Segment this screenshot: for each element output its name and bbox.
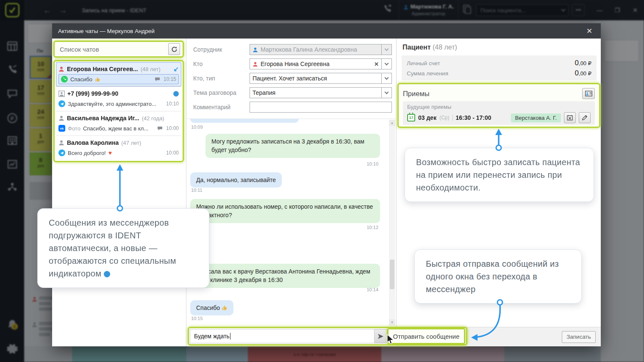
message-bubble-incoming: Да, нормально, записывайте xyxy=(190,172,282,188)
send-button[interactable] xyxy=(375,329,387,343)
message-history: 10:09 Могу предложить записаться на 3 де… xyxy=(187,119,396,326)
clear-field-icon[interactable]: ✕ xyxy=(374,61,379,67)
who-dropdown-icon[interactable] xyxy=(382,58,392,69)
comment-field-row: Комментарий xyxy=(193,102,392,113)
dialog-title: Активные чаты — Меркулов Андрей xyxy=(58,28,155,34)
heart-icon: ♥ xyxy=(108,149,112,156)
topic-field-row: Тема разговора Терапия xyxy=(193,87,392,98)
appointment-weekday: (Ср) xyxy=(439,115,449,121)
chat-last-message: Всего доброго! ♥ 10:00 xyxy=(58,148,179,158)
contact-card-icon xyxy=(585,91,592,97)
calendar-cancel-icon xyxy=(567,115,573,121)
chat-last-message: Здравствуйте, это администрато... 10:10 xyxy=(58,99,179,109)
doctor-badge: Верстакова А. Г. xyxy=(511,113,561,122)
message-time: 10:12 xyxy=(366,225,378,230)
employee-icon xyxy=(253,47,258,53)
person-icon xyxy=(58,115,64,121)
message-bubble-incoming: Спасибо xyxy=(190,300,233,315)
message-time: 10:11 xyxy=(191,188,203,193)
topic-dropdown-icon[interactable] xyxy=(382,87,392,98)
balance-row: Сумма лечения 0,00 ₽ xyxy=(407,68,591,78)
vk-icon: vk xyxy=(58,125,65,132)
send-icon xyxy=(378,333,384,340)
who-type-select[interactable]: Пациент. Хочет записаться xyxy=(250,73,382,84)
telegram-icon xyxy=(58,149,65,156)
mouse-cursor xyxy=(386,334,395,345)
chat-list-title: Список чатов xyxy=(60,46,168,53)
who-field-row: Кто Егорова Нина Сергеевна ✕ xyxy=(193,58,392,69)
chat-item[interactable]: Валова Каролина (47 лет) Всего доброго! … xyxy=(56,135,181,160)
whatsapp-icon xyxy=(61,76,68,83)
balance-row: Личный счет 0,00 ₽ xyxy=(407,58,591,68)
who-select[interactable]: Егорова Нина Сергеевна ✕ xyxy=(250,58,382,69)
chat-list-header: Список чатов xyxy=(53,41,184,58)
employee-select: Мартюкова Галина Александровна xyxy=(250,44,382,55)
edit-appointment-button[interactable] xyxy=(579,112,591,123)
scrollbar-thumb[interactable] xyxy=(390,260,394,289)
calendar-icon: 17 xyxy=(407,114,415,122)
future-appointments-label: Будущие приемы xyxy=(407,104,591,110)
dialog-header: Активные чаты — Меркулов Андрей ✕ xyxy=(52,23,601,39)
chat-list-panel: Список чатов Егорова Нина Сергеев... (48… xyxy=(52,39,186,346)
chat-list: Егорова Нина Сергеев... (48 лет) ↙ Спаси… xyxy=(53,60,184,162)
chat-last-message: Спасибо 10:15 xyxy=(58,74,179,84)
message-time: 10:10 xyxy=(366,161,378,166)
patient-header: Пациент (48 лет) xyxy=(402,44,457,51)
patient-icon xyxy=(58,66,64,72)
thumbs-up-icon xyxy=(95,77,100,82)
message-input[interactable]: Будем ждать xyxy=(190,329,375,343)
scroll-down-icon: ▼ xyxy=(389,319,395,326)
contact-placeholder-icon xyxy=(58,91,65,97)
cancel-appointment-button[interactable] xyxy=(564,112,576,123)
future-appointments-box: Будущие приемы 17 03 дек (Ср) 16:30 - 17… xyxy=(403,101,595,125)
who-type-dropdown-icon[interactable] xyxy=(382,73,392,84)
topic-select[interactable]: Терапия xyxy=(250,87,382,98)
message-time: 10:14 xyxy=(366,287,378,292)
appointment-date: 03 дек xyxy=(418,114,436,121)
message-bubble-outgoing: Могу предложить записаться на 3 декабря … xyxy=(205,134,380,158)
save-appointment-button[interactable]: Записать xyxy=(562,331,596,343)
indicator-dot-icon xyxy=(104,271,110,277)
patient-balance-box: Личный счет 0,00 ₽ Сумма лечения 0,00 ₽ xyxy=(402,55,597,80)
conversation-panel: Сотрудник Мартюкова Галина Александровна… xyxy=(187,39,396,346)
message-indicator-icon xyxy=(155,77,160,82)
thumbs-up-icon xyxy=(222,305,228,311)
send-message-button[interactable]: Отправить сообщение xyxy=(387,328,465,344)
message-composer: Будем ждать Отправить сообщение xyxy=(188,327,467,345)
refresh-button[interactable] xyxy=(168,43,180,55)
patient-card-button[interactable] xyxy=(582,88,595,99)
callout-messenger-sync: Сообщения из мессенджеров подгружаются в… xyxy=(37,208,209,288)
dialog-close-button[interactable]: ✕ xyxy=(584,27,595,36)
who-type-field-row: Кто, тип Пациент. Хочет записаться xyxy=(193,73,392,84)
message-indicator-icon xyxy=(157,126,163,131)
callout-quick-booking: Возможность быстро записать пациента на … xyxy=(405,148,594,202)
app-window: ← → Запись на прием - IDENT Мартюкова Г.… xyxy=(0,0,644,362)
chat-item-selected[interactable]: Егорова Нина Сергеев... (48 лет) ↙ Спаси… xyxy=(56,62,181,86)
conversation-form: Сотрудник Мартюкова Галина Александровна… xyxy=(187,39,396,113)
callout-quick-send: Быстрая отправка сообщений из одного окн… xyxy=(414,249,582,304)
telegram-icon xyxy=(58,100,65,107)
appointment-time: 16:30 - 17:00 xyxy=(456,114,491,121)
message-time: 10:09 xyxy=(191,124,203,130)
appointments-section: Приемы Будущие приемы 17 03 дек (Ср) 16:… xyxy=(397,83,600,128)
chat-scrollbar[interactable]: ▲ ▼ xyxy=(389,120,395,326)
chat-last-message: vk Фото Спасибо, ждем вас в кл... 10:00 xyxy=(58,123,179,133)
person-icon xyxy=(58,140,64,146)
chat-item[interactable]: +7 (999) 999-99-90 Здравствуйте, это адм… xyxy=(56,86,181,111)
employee-field-row: Сотрудник Мартюкова Галина Александровна xyxy=(193,44,392,55)
pencil-icon xyxy=(582,115,588,121)
incoming-arrow-icon: ↙ xyxy=(173,65,179,73)
text-caret xyxy=(230,333,230,340)
patient-icon xyxy=(253,61,258,67)
message-time: 10:15 xyxy=(191,316,203,321)
appointments-title: Приемы xyxy=(403,90,582,98)
chat-item[interactable]: Васильева Надежда Иг... (42 года) vk Фот… xyxy=(56,111,181,135)
scroll-up-icon: ▲ xyxy=(389,120,395,126)
message-bubble-incoming xyxy=(190,119,299,123)
comment-input[interactable] xyxy=(250,102,392,113)
message-bubble-outgoing: Можно ли использовать номер, с которого … xyxy=(190,199,380,223)
message-bubble-outgoing: Записала вас к врачу Верстакова Антонина… xyxy=(189,264,380,288)
employee-dropdown-icon xyxy=(382,44,392,55)
new-message-dot xyxy=(173,91,179,97)
attachment-label: Фото xyxy=(68,125,80,132)
